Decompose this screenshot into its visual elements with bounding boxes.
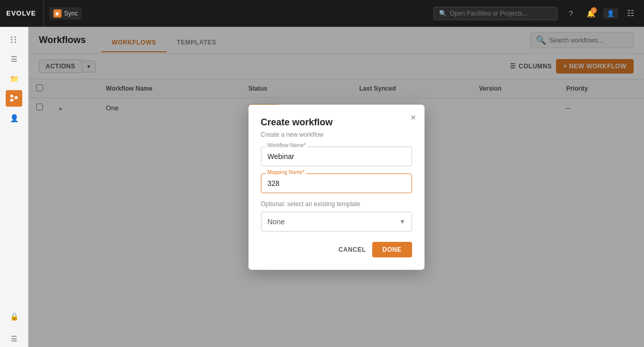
global-search[interactable]: 🔍 [433,7,558,20]
modal-overlay[interactable]: Create workflow × Create a new workflow … [28,27,644,347]
sync-label: Sync [64,10,78,17]
nav-icons: ? 🔔 1 👤 ☷ [564,6,638,21]
workflow-name-input[interactable] [261,147,412,166]
sidebar-icon-grid[interactable] [6,31,22,48]
sidebar-icon-layers[interactable]: ☰ [6,51,22,67]
modal-title: Create workflow [261,117,412,128]
create-workflow-modal: Create workflow × Create a new workflow … [248,105,425,270]
modal-subtitle: Create a new workflow [261,131,412,138]
svg-line-4 [13,99,15,100]
left-sidebar: ☰ 📁 👤 🔒 ☰ [0,27,28,347]
sidebar-icon-folder[interactable]: 📁 [6,70,22,87]
svg-rect-2 [15,96,18,99]
modal-close-button[interactable]: × [411,113,416,122]
logo-text: EVOLVE [6,9,36,17]
page-content: Workflows WORKFLOWS TEMPLATES 🔍 ACTIONS … [28,27,644,347]
svg-line-3 [13,96,15,98]
main-area: ☰ 📁 👤 🔒 ☰ Workflows WORKFLOWS TEMPLATES … [0,27,644,347]
mapping-name-label: Mapping Name* [266,169,306,175]
optional-template-label: Optional: select an existing template [261,200,412,208]
template-select[interactable]: None [261,212,412,232]
workflow-name-field: Workflow Name* [261,147,412,166]
mapping-name-input[interactable] [261,174,412,193]
notifications-button[interactable]: 🔔 1 [583,6,598,21]
workflow-name-label: Workflow Name* [266,142,308,148]
sidebar-icon-menu[interactable]: ☰ [6,330,22,347]
top-nav: EVOLVE ▣ Sync 🔍 ? 🔔 1 👤 ☷ [0,0,644,27]
svg-rect-0 [10,95,13,97]
help-button[interactable]: ? [564,6,578,21]
logo-area: EVOLVE [6,0,44,26]
notification-badge: 1 [591,7,597,13]
sidebar-icon-lock[interactable]: 🔒 [6,311,22,327]
done-button[interactable]: DONE [372,242,412,257]
svg-rect-1 [10,99,13,102]
mapping-name-field: Mapping Name* [261,174,412,193]
apps-grid-button[interactable]: ☷ [623,6,638,21]
sync-badge[interactable]: ▣ Sync [49,7,82,20]
sidebar-icon-user[interactable]: 👤 [6,110,22,126]
avatar-icon: 👤 [607,10,614,17]
search-icon: 🔍 [439,10,447,17]
sidebar-icon-workflow[interactable] [6,90,22,107]
cancel-button[interactable]: CANCEL [339,246,366,253]
user-avatar[interactable]: 👤 [603,8,618,19]
modal-footer: CANCEL DONE [261,242,412,257]
sync-icon: ▣ [53,9,62,18]
template-select-wrapper: None ▼ [261,212,412,232]
global-search-input[interactable] [450,10,552,17]
